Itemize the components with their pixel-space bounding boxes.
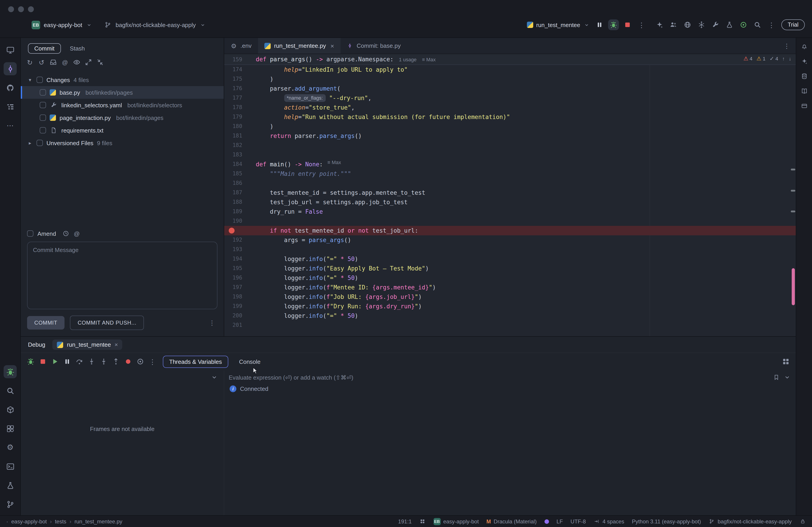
find-toolwindow-icon[interactable] bbox=[4, 384, 17, 397]
trial-badge[interactable]: Trial bbox=[781, 19, 805, 30]
commit-button[interactable]: COMMIT bbox=[27, 316, 64, 330]
branch-selector[interactable]: bagfix/not-clickable-easy-apply bbox=[116, 21, 196, 28]
line-number[interactable]: 199 bbox=[224, 302, 250, 311]
editor-tab--env[interactable]: ⚙.env bbox=[224, 38, 258, 54]
mention-icon[interactable]: @ bbox=[60, 57, 70, 67]
usages-hint[interactable]: 1 usage bbox=[399, 57, 417, 62]
profiler-icon[interactable] bbox=[724, 19, 735, 30]
line-number[interactable]: 200 bbox=[224, 311, 250, 320]
project-toolwindow-icon[interactable] bbox=[4, 43, 17, 56]
ai-assistant-icon[interactable] bbox=[800, 57, 808, 65]
prev-problem-icon[interactable]: ↑ bbox=[782, 56, 785, 61]
unversioned-group-row[interactable]: ▸ Unversioned Files 9 files bbox=[21, 137, 224, 149]
stop-button[interactable] bbox=[38, 356, 48, 367]
debug-session-tab[interactable]: run_test_mentee × bbox=[53, 340, 122, 350]
project-widget[interactable]: EB easy-apply-bot bbox=[433, 518, 479, 525]
debug-more-icon[interactable]: ⋮ bbox=[147, 356, 158, 367]
force-step-into-button[interactable] bbox=[98, 356, 109, 367]
database-toolwindow-icon[interactable] bbox=[800, 72, 808, 80]
breadcrumb-item[interactable]: easy-apply-bot bbox=[11, 518, 47, 525]
line-number[interactable]: 182 bbox=[224, 141, 250, 150]
more-actions-icon[interactable]: ⋮ bbox=[766, 19, 777, 30]
encoding-widget[interactable]: UTF-8 bbox=[570, 518, 586, 525]
caret-position[interactable]: 191:1 bbox=[398, 518, 412, 525]
documentation-toolwindow-icon[interactable] bbox=[800, 87, 808, 95]
chevron-down-icon[interactable]: ▾ bbox=[27, 77, 33, 83]
commit-toolwindow-icon[interactable] bbox=[4, 62, 17, 75]
lock-icon[interactable] bbox=[799, 518, 806, 525]
line-number[interactable]: 185 bbox=[224, 169, 250, 179]
line-number[interactable]: 195 bbox=[224, 264, 250, 273]
line-number[interactable]: 179 bbox=[224, 112, 250, 122]
column-layout-icon[interactable] bbox=[419, 518, 426, 525]
line-number[interactable]: 190 bbox=[224, 216, 250, 226]
code-vision-author[interactable]: ≡ Max bbox=[327, 160, 341, 169]
editor-scrollbar-thumb[interactable] bbox=[792, 268, 795, 305]
line-ending-widget[interactable]: LF bbox=[556, 518, 563, 525]
file-row-requirements-txt[interactable]: requirements.txt bbox=[21, 124, 224, 137]
changes-group-row[interactable]: ▾ Changes 4 files bbox=[21, 74, 224, 86]
line-number[interactable]: 174 bbox=[224, 65, 250, 74]
breadcrumb-item[interactable]: run_test_mentee.py bbox=[74, 518, 122, 525]
stop-button[interactable] bbox=[622, 19, 633, 30]
unversioned-checkbox[interactable] bbox=[37, 140, 43, 146]
translate-icon[interactable] bbox=[682, 19, 693, 30]
search-everywhere-icon[interactable] bbox=[752, 19, 763, 30]
line-number[interactable]: 187 bbox=[224, 188, 250, 197]
rerun-debug-button[interactable] bbox=[25, 356, 36, 367]
collapse-all-icon[interactable] bbox=[95, 57, 105, 67]
pause-button[interactable] bbox=[62, 356, 73, 367]
file-checkbox[interactable] bbox=[40, 102, 46, 108]
commit-and-push-button[interactable]: COMMIT AND PUSH... bbox=[70, 316, 144, 330]
line-number[interactable]: 181 bbox=[224, 131, 250, 141]
minimize-window-button[interactable] bbox=[18, 6, 24, 12]
inspections-widget[interactable]: ⚠4 ⚠1 ✓4 ↑ ↓ bbox=[743, 56, 791, 62]
version-control-toolwindow-icon[interactable] bbox=[4, 498, 17, 511]
run-more-icon[interactable]: ⋮ bbox=[636, 19, 647, 30]
file-checkbox[interactable] bbox=[40, 115, 46, 121]
line-number[interactable]: 175 bbox=[224, 74, 250, 84]
line-number[interactable]: 192 bbox=[224, 235, 250, 245]
project-selector[interactable]: easy-apply-bot bbox=[44, 21, 82, 28]
build-tools-icon[interactable] bbox=[710, 19, 721, 30]
editor-tabs-more-icon[interactable]: ⋮ bbox=[781, 40, 792, 51]
line-number[interactable]: 198 bbox=[224, 292, 250, 302]
thread-selector-chevron-icon[interactable] bbox=[210, 373, 218, 381]
tab-console[interactable]: Console bbox=[233, 356, 266, 367]
tab-stash[interactable]: Stash bbox=[69, 44, 86, 53]
expand-all-icon[interactable] bbox=[83, 57, 94, 67]
code-region[interactable]: 159 def parse_args() -> argparse.Namespa… bbox=[224, 54, 796, 336]
code-with-me-icon[interactable] bbox=[668, 19, 679, 30]
editor-tab-commit-base-py[interactable]: Commit: base.py bbox=[340, 38, 407, 54]
line-number[interactable]: 188 bbox=[224, 197, 250, 207]
tab-threads-variables[interactable]: Threads & Variables bbox=[163, 356, 228, 367]
history-icon[interactable]: ↺ bbox=[36, 57, 47, 67]
line-number[interactable]: 197 bbox=[224, 283, 250, 292]
mention-icon[interactable]: @ bbox=[73, 229, 81, 238]
line-number[interactable]: 184 bbox=[224, 160, 250, 169]
refresh-icon[interactable]: ↻ bbox=[24, 57, 35, 67]
amend-checkbox[interactable] bbox=[27, 230, 33, 237]
file-row-base-py[interactable]: base.pybot/linkedin/pages bbox=[21, 86, 224, 99]
device-manager-icon[interactable] bbox=[800, 102, 808, 110]
close-window-button[interactable] bbox=[8, 6, 14, 12]
problems-toolwindow-icon[interactable] bbox=[4, 479, 17, 492]
step-out-button[interactable] bbox=[111, 356, 121, 367]
breakpoint-gutter[interactable] bbox=[224, 226, 250, 235]
evaluate-expression-input[interactable]: Evaluate expression (⏎) or add a watch (… bbox=[224, 371, 796, 384]
line-number[interactable]: 180 bbox=[224, 122, 250, 131]
theme-widget[interactable]: M Dracula (Material) bbox=[487, 518, 537, 525]
line-number[interactable]: 194 bbox=[224, 254, 250, 264]
status-dot-icon[interactable] bbox=[738, 19, 749, 30]
step-over-button[interactable] bbox=[74, 356, 85, 367]
line-number[interactable]: 186 bbox=[224, 179, 250, 188]
line-number[interactable]: 193 bbox=[224, 245, 250, 254]
layout-settings-icon[interactable] bbox=[780, 356, 791, 367]
indent-widget[interactable]: 4 spaces bbox=[593, 518, 624, 525]
interpreter-widget[interactable]: Python 3.11 (easy-apply-bot) bbox=[632, 518, 701, 525]
line-number[interactable]: 189 bbox=[224, 207, 250, 216]
run-config-selector[interactable]: run_test_mentee bbox=[527, 21, 590, 28]
structure-toolwindow-icon[interactable] bbox=[4, 100, 17, 113]
code-vision-author[interactable]: ≡ Max bbox=[422, 57, 436, 62]
commit-history-icon[interactable] bbox=[62, 229, 70, 238]
